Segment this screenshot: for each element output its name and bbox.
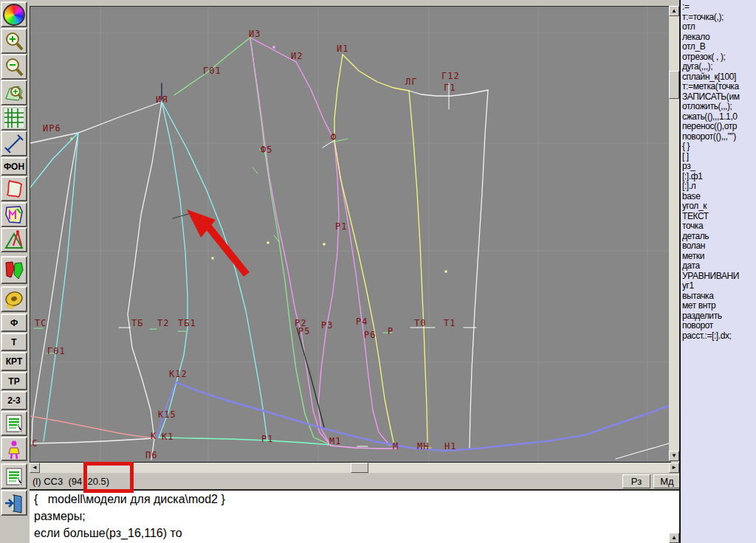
- grid-button[interactable]: [1, 106, 27, 131]
- rz-button[interactable]: Рз: [622, 474, 650, 488]
- command-list-item[interactable]: base: [682, 192, 756, 202]
- pattern-pieces-button[interactable]: [1, 256, 27, 284]
- pattern-point-label: Р: [388, 326, 394, 336]
- command-list-item[interactable]: отрезок( , );: [682, 52, 756, 63]
- command-list-item[interactable]: сплайн_к[100]: [682, 72, 756, 83]
- measuring-tape-button[interactable]: [1, 286, 27, 312]
- status-bar: (l) СС3 (94 20.5) Рз Мд: [30, 473, 681, 489]
- command-list-item[interactable]: отложить(,,,);: [682, 102, 756, 112]
- pattern-curve: [252, 167, 258, 173]
- command-list-item[interactable]: т:=точка(,);: [682, 13, 756, 23]
- command-list-item[interactable]: угол_к: [682, 201, 756, 212]
- canvas-horizontal-scrollbar[interactable]: ◄ ►: [30, 463, 679, 473]
- code-line: размеры;: [30, 508, 681, 525]
- pattern-point-label: К: [151, 431, 157, 441]
- command-list-item[interactable]: метки: [682, 252, 756, 262]
- pattern-curve: [32, 133, 78, 443]
- command-list-item[interactable]: вытачка: [682, 291, 756, 302]
- pattern-point-label: Т0: [414, 318, 426, 328]
- command-list-item[interactable]: [:].ф1: [682, 172, 756, 182]
- pattern-point-label: М1: [329, 436, 341, 446]
- pattern-point-label: Р3: [321, 320, 333, 331]
- command-list-item[interactable]: ЗАПИСАТЬ(им: [682, 92, 756, 103]
- command-list-item[interactable]: мет внтр: [682, 301, 756, 311]
- pattern-point-label: ЛГ: [405, 77, 417, 87]
- pattern-detail-button[interactable]: [1, 202, 27, 227]
- text-list-button[interactable]: [1, 411, 27, 436]
- scroll-up-icon[interactable]: ▲: [669, 6, 679, 16]
- status-text: (l) СС3 (94 20.5): [32, 476, 109, 487]
- background-button[interactable]: ФОН: [1, 157, 27, 176]
- command-list-item[interactable]: поворот: [682, 321, 756, 331]
- zoom-in-button[interactable]: [1, 28, 27, 54]
- pattern-curve: [32, 438, 154, 443]
- command-list-item[interactable]: рз_: [682, 162, 756, 172]
- pattern-point-label: Н1: [444, 441, 456, 452]
- measuring-tape-icon: [4, 289, 24, 310]
- vertical-scroll-thumb[interactable]: [669, 71, 679, 99]
- left-toolbar: ФОНФТКРТТР2-3: [0, 0, 29, 543]
- tr-button[interactable]: ТР: [1, 372, 27, 390]
- pattern-point-label: Р5: [298, 326, 310, 336]
- pattern-curve: [30, 102, 162, 143]
- command-list-item[interactable]: волан: [682, 241, 756, 252]
- pattern-point-label: Г01: [47, 346, 66, 356]
- command-list-item[interactable]: т:=метка(точка: [682, 82, 756, 92]
- mannequin-button[interactable]: [1, 437, 27, 461]
- pattern-curve: [616, 443, 671, 459]
- pattern-canvas-svg[interactable]: И3И2И1Г01ИР6ИЯЛГГ12Г1Ф5ФР1ТСГ01ТБТ2ТБ1К1…: [30, 7, 671, 462]
- command-list-item[interactable]: поворот((),,,""): [682, 132, 756, 142]
- krt-button[interactable]: КРТ: [1, 352, 27, 371]
- zoom-out-button[interactable]: [1, 54, 27, 80]
- measure-line-button[interactable]: [1, 131, 27, 156]
- md-button[interactable]: Мд: [653, 474, 681, 488]
- scroll-left-icon[interactable]: ◄: [30, 463, 40, 473]
- point-marker: [267, 242, 269, 244]
- code-scroll-up-icon[interactable]: ▲: [669, 533, 679, 543]
- command-list-item[interactable]: дуга(,,,);: [682, 62, 756, 72]
- command-list-item[interactable]: дата: [682, 261, 756, 272]
- drawing-canvas[interactable]: И3И2И1Г01ИР6ИЯЛГГ12Г1Ф5ФР1ТСГ01ТБТ2ТБ1К1…: [30, 6, 671, 463]
- pattern-curve: [250, 38, 331, 445]
- command-list-item[interactable]: отл: [682, 22, 756, 32]
- pattern-curve: [297, 328, 324, 427]
- command-list-item[interactable]: [:].л: [682, 181, 756, 192]
- command-list-item[interactable]: деталь: [682, 232, 756, 242]
- command-list-item[interactable]: сжать((),,,1.1,0: [682, 112, 756, 122]
- command-list-item[interactable]: :=: [682, 2, 756, 13]
- text-list-button-2[interactable]: [1, 463, 27, 489]
- pattern-curve: [159, 437, 331, 445]
- command-list-item[interactable]: лекало: [682, 32, 756, 43]
- command-list-item[interactable]: ТЕКСТ: [682, 212, 756, 222]
- command-sidebar: :=т:=точка(,);отллекалоотл_Вотрезок( , )…: [679, 0, 756, 543]
- pattern-outline-icon: [4, 179, 24, 199]
- document-list-icon: [4, 413, 24, 434]
- canvas-vertical-scrollbar[interactable]: ▲ ▼: [669, 6, 679, 461]
- f-button[interactable]: Ф: [1, 314, 27, 332]
- command-list-item[interactable]: уг1: [682, 281, 756, 291]
- command-list: :=т:=точка(,);отллекалоотл_Вотрезок( , )…: [681, 0, 756, 341]
- command-list-item[interactable]: [ ]: [682, 152, 756, 162]
- command-list-item[interactable]: УРАВНИВАНИ: [682, 272, 756, 282]
- pattern-curve: [470, 90, 488, 449]
- code-panel[interactable]: { modell\модели для диска\mod2 }размеры;…: [30, 489, 681, 543]
- t-button[interactable]: Т: [1, 333, 27, 351]
- horizontal-scroll-thumb[interactable]: [351, 463, 368, 473]
- point-marker: [445, 271, 447, 273]
- scroll-down-icon[interactable]: ▼: [669, 451, 679, 461]
- scroll-right-icon[interactable]: ►: [669, 463, 679, 473]
- command-list-item[interactable]: точка: [682, 221, 756, 232]
- pattern-point-label: ТБ: [131, 318, 143, 328]
- drafting-tools-button[interactable]: [1, 227, 27, 252]
- two-three-button[interactable]: 2-3: [1, 391, 27, 410]
- pattern-curve: [250, 38, 339, 446]
- pattern-outline-button[interactable]: [1, 176, 27, 201]
- command-list-item[interactable]: отл_В: [682, 42, 756, 52]
- command-list-item[interactable]: расст.:=[:].dx;: [682, 331, 756, 342]
- command-list-item[interactable]: перенос((),отр: [682, 122, 756, 132]
- exit-button[interactable]: [1, 490, 27, 516]
- palette-button[interactable]: [1, 1, 27, 27]
- command-list-item[interactable]: разделить: [682, 311, 756, 322]
- zoom-region-button[interactable]: [1, 80, 27, 106]
- command-list-item[interactable]: { }: [682, 142, 756, 152]
